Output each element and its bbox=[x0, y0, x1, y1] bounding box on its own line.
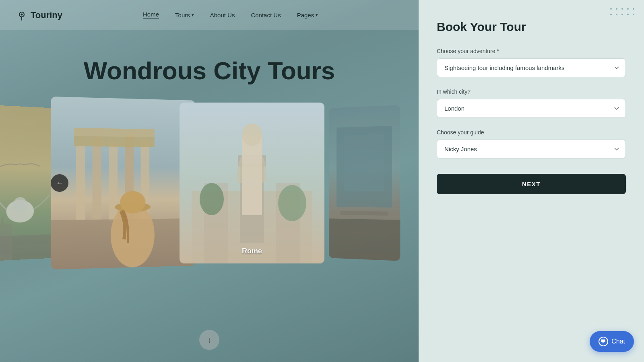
nav-home[interactable]: Home bbox=[143, 11, 159, 19]
dots-pattern bbox=[610, 8, 636, 17]
nav-links: Home Tours ▾ About Us Contact Us Pages ▾ bbox=[143, 11, 318, 19]
next-button[interactable]: NEXT bbox=[437, 174, 626, 194]
navbar: Touriny Home Tours ▾ About Us Contact Us… bbox=[0, 0, 419, 30]
adventure-select[interactable]: Sightseeing tour including famous landma… bbox=[437, 58, 626, 77]
logo[interactable]: Touriny bbox=[16, 10, 62, 21]
dot-9 bbox=[627, 14, 629, 15]
svg-point-1 bbox=[21, 13, 23, 15]
svg-rect-9 bbox=[93, 138, 101, 220]
gallery-prev-button[interactable]: ← bbox=[51, 174, 68, 192]
dot-1 bbox=[610, 8, 612, 10]
adventure-label: Choose your adventure * bbox=[437, 48, 626, 54]
svg-rect-10 bbox=[109, 142, 118, 221]
chat-bubble-icon bbox=[599, 337, 608, 346]
guide-form-group: Choose your guide Nicky Jones James Smit… bbox=[437, 129, 626, 158]
city-label: Rome bbox=[242, 247, 262, 255]
logo-text: Touriny bbox=[31, 10, 62, 21]
chat-button[interactable]: Chat bbox=[590, 331, 634, 352]
dot-4 bbox=[627, 8, 629, 10]
svg-point-26 bbox=[278, 185, 306, 221]
nav-tours[interactable]: Tours ▾ bbox=[175, 12, 194, 19]
gallery-image-center: Rome bbox=[180, 103, 324, 263]
guide-label: Choose your guide bbox=[437, 129, 626, 136]
statue-image bbox=[180, 103, 324, 263]
bird-seagull-image bbox=[0, 105, 59, 261]
gallery-image-right bbox=[329, 105, 400, 261]
book-tour-panel: Book Your Tour Choose your adventure * S… bbox=[419, 0, 644, 362]
dot-3 bbox=[621, 8, 623, 10]
svg-rect-6 bbox=[0, 224, 12, 261]
dot-5 bbox=[633, 8, 634, 10]
svg-rect-14 bbox=[74, 128, 155, 137]
guide-select[interactable]: Nicky Jones James Smith Maria Garcia Dav… bbox=[437, 140, 626, 158]
hero-title: Wondrous City Tours bbox=[84, 56, 335, 85]
city-form-group: In which city? London Rome Paris Barcelo… bbox=[437, 88, 626, 118]
chat-label: Chat bbox=[611, 338, 625, 345]
city-label: In which city? bbox=[437, 88, 626, 95]
tours-chevron-icon: ▾ bbox=[192, 12, 194, 18]
svg-rect-32 bbox=[329, 218, 400, 261]
svg-rect-31 bbox=[344, 134, 384, 191]
scroll-indicator[interactable]: ↓ bbox=[199, 330, 219, 350]
dot-8 bbox=[621, 14, 623, 15]
svg-rect-13 bbox=[74, 136, 155, 147]
gallery-image-left bbox=[0, 105, 59, 261]
nav-pages[interactable]: Pages ▾ bbox=[297, 12, 318, 19]
svg-point-28 bbox=[242, 123, 262, 146]
pages-chevron-icon: ▾ bbox=[316, 12, 318, 18]
city-select[interactable]: London Rome Paris Barcelona Amsterdam bbox=[437, 99, 626, 118]
gallery-image-center-left bbox=[51, 97, 195, 269]
svg-rect-33 bbox=[341, 211, 388, 216]
required-mark: * bbox=[497, 48, 499, 54]
prev-arrow-icon: ← bbox=[56, 179, 63, 187]
nav-contact[interactable]: Contact Us bbox=[251, 12, 281, 19]
dot-7 bbox=[616, 14, 617, 15]
image-gallery: ← bbox=[0, 93, 419, 274]
roman-ruins-image bbox=[51, 97, 195, 269]
nav-about[interactable]: About Us bbox=[210, 12, 235, 19]
website-background: Touriny Home Tours ▾ About Us Contact Us… bbox=[0, 0, 419, 362]
dot-2 bbox=[616, 8, 617, 10]
svg-rect-8 bbox=[76, 146, 85, 220]
svg-rect-27 bbox=[242, 135, 262, 215]
dot-6 bbox=[610, 14, 612, 15]
scroll-down-icon: ↓ bbox=[207, 335, 211, 345]
architecture-image bbox=[329, 105, 400, 261]
logo-icon bbox=[16, 10, 27, 21]
svg-point-25 bbox=[200, 183, 224, 215]
book-title: Book Your Tour bbox=[437, 20, 626, 34]
dot-10 bbox=[633, 14, 634, 15]
adventure-form-group: Choose your adventure * Sightseeing tour… bbox=[437, 48, 626, 77]
